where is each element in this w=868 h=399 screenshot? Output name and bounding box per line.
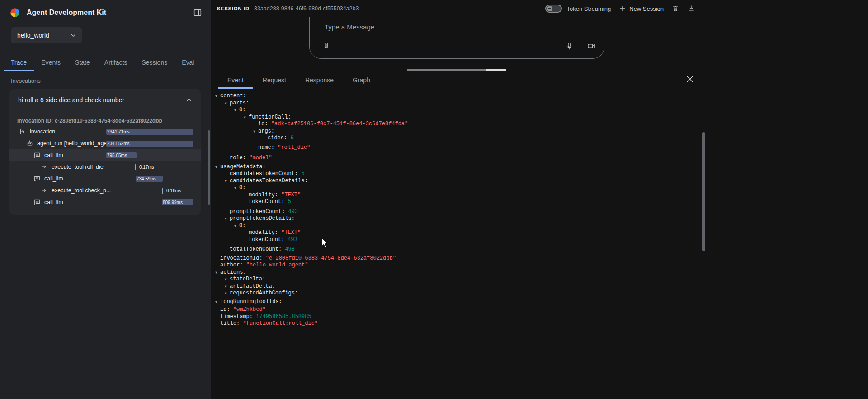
trace-span-label: call_llm — [44, 176, 63, 182]
trace-row[interactable]: agent_run [hello_world_agent]2341.52ms — [9, 138, 201, 149]
session-id-label: SESSION ID — [217, 6, 250, 11]
toggle-dash-icon — [548, 8, 551, 9]
json-toggle-arrow-icon[interactable]: ▼ — [225, 290, 230, 297]
json-line[interactable]: ▼usageMetadata: — [215, 164, 702, 171]
json-toggle-arrow-icon[interactable]: ▼ — [215, 93, 220, 100]
json-line[interactable]: ▼longRunningToolIds: — [215, 299, 702, 306]
close-panel-icon[interactable] — [685, 74, 695, 84]
json-line: modality: "TEXT" — [215, 229, 702, 237]
json-key: tokenCount: — [249, 199, 284, 205]
json-line[interactable]: ▼requestedAuthConfigs: — [215, 290, 702, 297]
json-line: modality: "TEXT" — [215, 192, 702, 199]
sidebar-tab-eval[interactable]: Eval — [175, 53, 201, 71]
json-toggle-arrow-icon[interactable]: ▼ — [225, 178, 230, 185]
message-input-box[interactable]: Type a Message... — [309, 17, 604, 59]
json-toggle-arrow-icon[interactable]: ▼ — [234, 223, 239, 230]
chat-icon — [33, 152, 41, 159]
json-toggle-arrow-icon[interactable]: ▼ — [244, 114, 249, 121]
detail-tab-graph[interactable]: Graph — [343, 71, 380, 89]
json-line[interactable]: ▼0: — [215, 107, 702, 114]
video-camera-icon[interactable] — [587, 42, 596, 51]
json-toggle-arrow-icon[interactable]: ▼ — [215, 299, 220, 306]
sidebar-scrollbar[interactable] — [208, 130, 210, 205]
json-value: 6 — [287, 135, 293, 141]
app-window: Agent Development Kit hello_world TraceE… — [0, 0, 868, 399]
invocation-icon — [19, 128, 26, 135]
detail-tab-response[interactable]: Response — [296, 71, 343, 89]
json-key: stateDelta: — [230, 276, 265, 282]
trace-duration-bar — [135, 164, 136, 170]
vertical-scrollbar-thumb[interactable] — [702, 132, 705, 251]
sidebar-tab-trace[interactable]: Trace — [4, 53, 34, 71]
json-key: requestedAuthConfigs: — [230, 290, 298, 296]
sidebar-tab-events[interactable]: Events — [34, 53, 68, 71]
invocation-title: hi roll a 6 side dice and check number — [18, 96, 124, 104]
sidebar-tab-artifacts[interactable]: Artifacts — [97, 53, 135, 71]
json-key: candidatesTokensDetails: — [230, 178, 308, 184]
json-toggle-arrow-icon[interactable]: ▼ — [234, 185, 239, 192]
trace-rows: invocation2341.71msagent_run [hello_worl… — [9, 126, 201, 208]
json-line[interactable]: ▼stateDelta: — [215, 276, 702, 283]
json-line[interactable]: ▼candidatesTokensDetails: — [215, 178, 702, 185]
json-line[interactable]: ▼0: — [215, 223, 702, 230]
json-value: "functionCall:roll_die" — [240, 320, 318, 327]
chevron-up-icon[interactable] — [184, 95, 193, 104]
json-key: 0: — [239, 107, 245, 113]
json-toggle-arrow-icon[interactable]: ▼ — [215, 269, 220, 276]
chat-icon — [33, 175, 41, 182]
message-input-placeholder: Type a Message... — [325, 23, 380, 31]
horizontal-scrollbar[interactable] — [407, 69, 506, 71]
collapse-panel-icon[interactable] — [193, 8, 203, 18]
json-toggle-arrow-icon[interactable]: ▼ — [225, 215, 230, 223]
json-line: id: "wmZhkbed" — [215, 306, 702, 314]
trace-duration-bar — [162, 188, 163, 194]
session-topbar: SESSION ID 33aad288-9846-46f6-980d-cf555… — [211, 0, 702, 17]
json-line[interactable]: ▼functionCall: — [215, 114, 702, 121]
json-line[interactable]: ▼args: — [215, 128, 702, 135]
json-key: id: — [220, 306, 230, 313]
trace-duration-label: 2341.71ms — [107, 129, 129, 134]
json-toggle-arrow-icon[interactable]: ▼ — [225, 283, 230, 290]
trace-span-label: call_llm — [44, 152, 63, 158]
agent-select[interactable]: hello_world — [11, 27, 82, 43]
vertical-scrollbar[interactable] — [702, 0, 706, 399]
sidebar-tabs: TraceEventsStateArtifactsSessionsEval — [0, 53, 211, 71]
json-line[interactable]: ▼artifactDelta: — [215, 283, 702, 290]
sidebar-tab-state[interactable]: State — [68, 53, 97, 71]
trace-row[interactable]: call_llm795.05ms — [9, 149, 201, 161]
trace-row[interactable]: execute_tool check_p...0.16ms — [9, 185, 201, 196]
json-line[interactable]: ▼promptTokensDetails: — [215, 215, 702, 223]
json-key: author: — [220, 262, 243, 268]
trace-row[interactable]: invocation2341.71ms — [9, 126, 201, 138]
json-line[interactable]: ▼actions: — [215, 269, 702, 276]
trace-row[interactable]: call_llm734.59ms — [9, 173, 201, 185]
json-toggle-arrow-icon[interactable]: ▼ — [253, 128, 258, 135]
json-line[interactable]: ▼content: — [215, 93, 702, 100]
chevron-down-icon — [69, 31, 77, 39]
export-session-icon[interactable] — [687, 5, 695, 13]
json-key: invocationId: — [220, 255, 263, 261]
event-json-viewer: ▼content:▼parts:▼0:▼functionCall:id: "ad… — [211, 93, 702, 399]
json-toggle-arrow-icon[interactable]: ▼ — [225, 276, 230, 283]
delete-session-icon[interactable] — [671, 5, 679, 13]
json-line: role: "model" — [215, 155, 702, 162]
invocation-card-header[interactable]: hi roll a 6 side dice and check number — [9, 89, 201, 104]
sidebar-tab-sessions[interactable]: Sessions — [134, 53, 175, 71]
json-toggle-arrow-icon[interactable]: ▼ — [225, 100, 230, 107]
trace-span-label: agent_run [hello_world_agent] — [37, 140, 113, 147]
detail-tab-event[interactable]: Event — [218, 71, 253, 89]
attach-file-icon[interactable] — [322, 42, 331, 51]
trace-row[interactable]: call_llm809.99ms — [9, 196, 201, 208]
trace-row[interactable]: execute_tool roll_die0.17ms — [9, 161, 201, 173]
json-line[interactable]: ▼parts: — [215, 100, 702, 107]
microphone-icon[interactable] — [565, 42, 574, 51]
horizontal-scrollbar-thumb[interactable] — [486, 69, 506, 71]
json-toggle-arrow-icon[interactable]: ▼ — [215, 164, 220, 171]
token-streaming-toggle[interactable] — [545, 5, 562, 13]
trace-span-label: execute_tool roll_die — [52, 164, 104, 170]
chat-area: Type a Message... — [211, 17, 702, 60]
json-line[interactable]: ▼0: — [215, 185, 702, 192]
json-toggle-arrow-icon[interactable]: ▼ — [234, 107, 239, 114]
detail-tab-request[interactable]: Request — [253, 71, 296, 89]
new-session-button[interactable]: New Session — [618, 5, 664, 13]
